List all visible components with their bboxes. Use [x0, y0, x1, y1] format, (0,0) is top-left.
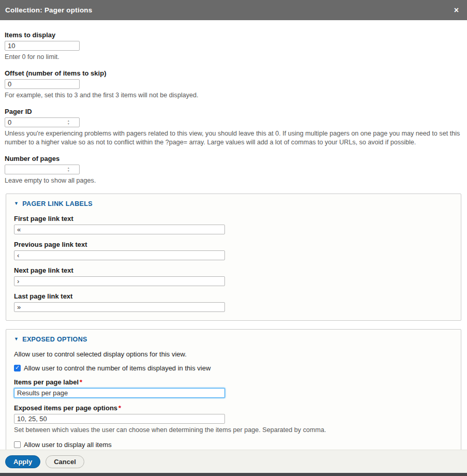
form-item-last-page-link: Last page link text: [14, 292, 453, 312]
number-spinner-icon[interactable]: ▴▾: [66, 166, 71, 172]
form-item-number-of-pages: Number of pages ▴▾ Leave empty to show a…: [5, 155, 462, 185]
offset-description: For example, set this to 3 and the first…: [5, 91, 462, 100]
next-page-link-input[interactable]: [14, 276, 225, 286]
control-items-checkbox-label[interactable]: Allow user to control the number of item…: [24, 364, 210, 372]
pager-id-description: Unless you're experiencing problems with…: [5, 129, 462, 147]
apply-button[interactable]: Apply: [5, 455, 40, 468]
next-page-link-label: Next page link text: [14, 266, 453, 274]
fieldset-exposed-options: ▼ EXPOSED OPTIONS Allow user to control …: [6, 329, 461, 450]
display-all-checkbox[interactable]: [14, 441, 21, 448]
exposed-items-options-input[interactable]: [14, 414, 225, 424]
last-page-link-input[interactable]: [14, 302, 225, 312]
modal-title: Collection: Pager options: [5, 6, 452, 14]
display-all-checkbox-label[interactable]: Allow user to display all items: [24, 441, 112, 449]
close-icon[interactable]: ×: [452, 5, 461, 16]
form-item-items-to-display: Items to display Enter 0 for no limit.: [5, 31, 462, 62]
page-background-strip: [0, 473, 467, 476]
modal-footer: Apply Cancel: [0, 450, 467, 473]
exposed-options-legend[interactable]: ▼ EXPOSED OPTIONS: [14, 336, 453, 343]
checkbox-row-display-all: Allow user to display all items: [14, 441, 453, 449]
items-per-page-label-input[interactable]: [14, 388, 225, 398]
form-item-exposed-items-options: Exposed items per page options* Set betw…: [14, 404, 453, 435]
number-spinner-icon[interactable]: ▴▾: [66, 119, 71, 125]
form-item-pager-id: Pager ID ▴▾ Unless you're experiencing p…: [5, 108, 462, 147]
pager-options-modal: Collection: Pager options × Items to dis…: [0, 0, 467, 476]
form-item-items-per-page-label: Items per page label*: [14, 378, 453, 398]
control-items-checkbox[interactable]: [14, 365, 21, 371]
collapse-arrow-icon: ▼: [14, 336, 19, 341]
checkbox-row-control-items: Allow user to control the number of item…: [14, 364, 453, 372]
collapse-arrow-icon: ▼: [14, 201, 19, 206]
form-item-next-page-link: Next page link text: [14, 266, 453, 286]
offset-input[interactable]: [5, 79, 80, 89]
exposed-items-options-description: Set between which values the user can ch…: [14, 426, 453, 435]
previous-page-link-label: Previous page link text: [14, 241, 453, 248]
offset-label: Offset (number of items to skip): [5, 69, 462, 77]
items-to-display-input[interactable]: [5, 41, 80, 51]
items-to-display-description: Enter 0 for no limit.: [5, 53, 462, 62]
form-item-offset: Offset (number of items to skip) For exa…: [5, 69, 462, 100]
pager-id-label: Pager ID: [5, 108, 462, 115]
modal-titlebar: Collection: Pager options ×: [0, 0, 467, 20]
required-asterisk: *: [80, 378, 82, 386]
pager-link-labels-legend[interactable]: ▼ PAGER LINK LABELS: [14, 200, 453, 207]
required-asterisk: *: [118, 404, 121, 412]
form-item-first-page-link: First page link text: [14, 215, 453, 234]
exposed-items-options-label: Exposed items per page options*: [14, 404, 453, 412]
last-page-link-label: Last page link text: [14, 292, 453, 300]
first-page-link-input[interactable]: [14, 225, 225, 234]
items-to-display-label: Items to display: [5, 31, 462, 39]
modal-content: Items to display Enter 0 for no limit. O…: [0, 20, 467, 450]
first-page-link-label: First page link text: [14, 215, 453, 222]
fieldset-pager-link-labels: ▼ PAGER LINK LABELS First page link text…: [6, 194, 461, 321]
items-per-page-label-label: Items per page label*: [14, 378, 453, 386]
pager-link-labels-legend-text: PAGER LINK LABELS: [22, 200, 93, 207]
cancel-button[interactable]: Cancel: [46, 455, 84, 468]
number-of-pages-label: Number of pages: [5, 155, 462, 162]
previous-page-link-input[interactable]: [14, 250, 225, 260]
number-of-pages-description: Leave empty to show all pages.: [5, 176, 462, 185]
exposed-options-intro: Allow user to control selected display o…: [14, 350, 453, 358]
form-item-previous-page-link: Previous page link text: [14, 241, 453, 260]
exposed-options-legend-text: EXPOSED OPTIONS: [22, 336, 87, 343]
